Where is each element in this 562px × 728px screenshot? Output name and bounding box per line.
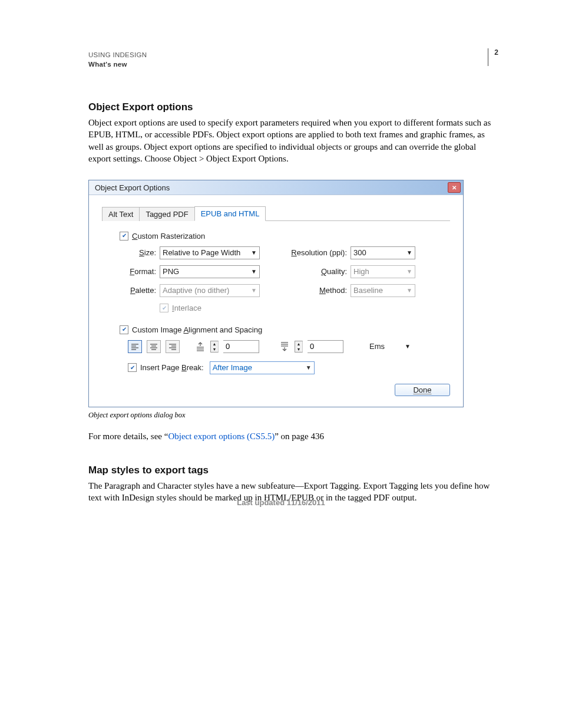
done-button[interactable]: Done <box>395 384 450 396</box>
align-center-icon[interactable] <box>147 340 161 353</box>
heading-object-export-options: Object Export options <box>88 101 497 113</box>
dialog-body: Alt Text Tagged PDF EPUB and HTML ✔ Cust… <box>89 195 463 407</box>
align-left-icon[interactable] <box>128 340 142 353</box>
tab-epub-and-html[interactable]: EPUB and HTML <box>194 206 266 221</box>
tab-tagged-pdf[interactable]: Tagged PDF <box>139 207 194 221</box>
dropdown-format[interactable]: PNG▼ <box>160 265 260 278</box>
label-size: Size: <box>120 248 156 257</box>
dialog-tabs: Alt Text Tagged PDF EPUB and HTML <box>102 206 450 221</box>
align-right-icon[interactable] <box>166 340 180 353</box>
checkbox-interlace[interactable]: ✔ Interlace <box>160 304 201 312</box>
dropdown-quality[interactable]: High▼ <box>351 265 415 278</box>
tab-alt-text[interactable]: Alt Text <box>102 207 140 221</box>
alignment-row: ▲▼ ▲▼ Ems ▼ <box>128 340 450 353</box>
dialog-object-export-options: Object Export Options ✕ Alt Text Tagged … <box>88 180 464 407</box>
dropdown-size[interactable]: Relative to Page Width▼ <box>160 246 260 259</box>
label-resolution: Resolution (ppi): <box>277 248 347 257</box>
dropdown-method[interactable]: Baseline▼ <box>351 284 415 297</box>
label-unit: Ems <box>369 342 385 351</box>
space-after-input[interactable] <box>308 341 343 352</box>
page-number-value: 2 <box>494 48 498 57</box>
space-after-stepper[interactable]: ▲▼ <box>295 341 303 353</box>
doc-subtitle: What's new <box>88 61 127 68</box>
heading-map-styles: Map styles to export tags <box>88 465 497 476</box>
label-format: Format: <box>120 267 156 276</box>
running-header: USING INDESIGN What's new <box>88 50 497 69</box>
close-icon[interactable]: ✕ <box>448 182 461 193</box>
dropdown-page-break[interactable]: After Image▼ <box>210 361 315 374</box>
paragraph-object-export-options: Object export options are used to specif… <box>88 117 497 164</box>
label-palette: Palette: <box>120 286 156 295</box>
dropdown-resolution[interactable]: 300▼ <box>351 246 415 259</box>
space-before-icon <box>195 341 206 353</box>
space-after-icon <box>279 341 290 353</box>
dropdown-unit[interactable]: ▼ <box>405 343 411 350</box>
label-quality: Quality: <box>277 267 347 276</box>
checkbox-insert-page-break[interactable]: ✔ Insert Page Break: <box>128 363 204 372</box>
page-number: 2 <box>488 48 498 66</box>
paragraph-xref: For more details, see “Object export opt… <box>88 430 497 442</box>
link-object-export-options[interactable]: Object export options (CS5.5) <box>168 431 275 441</box>
dropdown-palette[interactable]: Adaptive (no dither)▼ <box>160 284 260 297</box>
page: 2 USING INDESIGN What's new Object Expor… <box>0 0 562 541</box>
checkbox-custom-image-alignment[interactable]: ✔ Custom Image Alignment and Spacing <box>120 325 262 334</box>
checkbox-custom-rasterization[interactable]: ✔ Custom Rasterization <box>120 232 205 241</box>
footer-updated: Last updated 11/16/2011 <box>0 498 562 507</box>
dialog-title: Object Export Options <box>95 183 170 192</box>
label-method: Method: <box>277 286 347 295</box>
dialog-titlebar: Object Export Options ✕ <box>89 180 463 195</box>
space-before-stepper[interactable]: ▲▼ <box>210 341 219 353</box>
doc-title: USING INDESIGN <box>88 51 147 58</box>
space-before-input[interactable] <box>223 341 259 352</box>
figure-caption: Object export options dialog box <box>88 411 497 420</box>
